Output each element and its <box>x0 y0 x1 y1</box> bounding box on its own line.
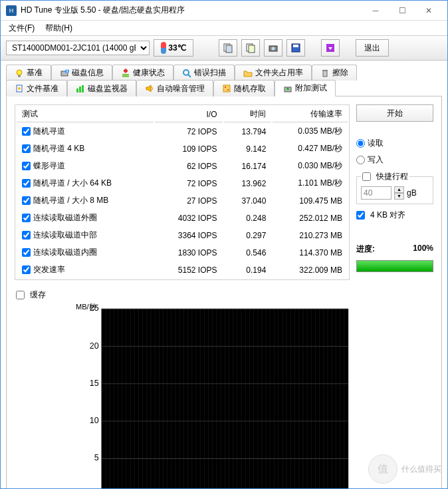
exit-button[interactable]: 退出 <box>356 39 389 57</box>
save-button[interactable] <box>286 39 305 57</box>
tab-label: 健康状态 <box>133 67 165 79</box>
table-row: 连续读取磁道外圈4032 IOPS0.248252.012 MB <box>17 210 348 226</box>
test-io: 109 IOPS <box>155 141 223 157</box>
stroke-up-button[interactable]: ▲ <box>394 186 404 193</box>
tab-folder[interactable]: 文件夹占用率 <box>235 65 312 81</box>
stroke-size-input <box>361 186 392 200</box>
window-title: HD Tune 专业版 5.50 - 硬盘/固态硬盘实用程序 <box>21 5 362 16</box>
test-name: 随机寻道 <box>33 126 65 136</box>
minimize-button[interactable]: ─ <box>362 1 389 20</box>
tab-label: 错误扫描 <box>194 67 226 79</box>
svg-text:20: 20 <box>90 341 99 351</box>
test-checkbox[interactable] <box>22 248 31 257</box>
tab-health[interactable]: 健康状态 <box>112 65 173 81</box>
align-4kb-checkbox[interactable] <box>356 211 365 220</box>
test-checkbox[interactable] <box>22 196 31 205</box>
stroke-down-button[interactable]: ▼ <box>394 193 404 200</box>
test-name: 随机寻道 / 大小 8 MB <box>33 196 108 205</box>
test-name: 连续读取磁道中部 <box>33 230 97 240</box>
copy-text-button[interactable] <box>241 39 260 57</box>
svg-rect-20 <box>322 70 328 71</box>
monitor-icon <box>76 84 85 93</box>
write-radio-row[interactable]: 写入 <box>356 154 433 166</box>
maximize-button[interactable]: ☐ <box>389 1 415 20</box>
tab-monitor[interactable]: 磁盘监视器 <box>67 80 136 96</box>
table-row: 随机寻道 / 大小 64 KB72 IOPS13.9621.101 MB/秒 <box>17 176 348 192</box>
svg-rect-1 <box>226 45 232 53</box>
test-io: 72 IOPS <box>155 176 223 192</box>
test-checkbox[interactable] <box>22 179 31 188</box>
write-radio[interactable] <box>356 156 365 164</box>
test-rate: 1.101 MB/秒 <box>273 176 348 192</box>
screenshot-button[interactable] <box>264 39 282 57</box>
table-row: 随机寻道72 IOPS13.7940.035 MB/秒 <box>17 124 348 140</box>
tab-info[interactable]: i磁盘信息 <box>51 65 112 81</box>
svg-rect-23 <box>76 88 78 92</box>
progress-label: 进度: <box>356 244 375 255</box>
svg-text:5: 5 <box>94 453 99 462</box>
cache-checkbox[interactable] <box>16 291 25 299</box>
close-button[interactable]: ✕ <box>415 1 442 20</box>
tab-extra[interactable]: 附加测试 <box>275 80 336 96</box>
table-row: 随机寻道 / 大小 8 MB27 IOPS37.040109.475 MB <box>17 193 348 209</box>
watermark: 值 什么值得买 <box>368 454 441 484</box>
test-name: 随机寻道 / 大小 64 KB <box>33 178 112 188</box>
start-button[interactable]: 开始 <box>356 104 433 122</box>
random-icon <box>222 84 231 93</box>
test-name: 蝶形寻道 <box>33 161 65 170</box>
read-radio[interactable] <box>356 139 365 148</box>
test-time: 0.297 <box>224 228 272 244</box>
test-io: 27 IOPS <box>155 193 223 209</box>
test-rate: 109.475 MB <box>273 193 348 209</box>
tab-filebench[interactable]: 文件基准 <box>6 80 67 96</box>
menu-file[interactable]: 文件(F) <box>5 21 39 35</box>
tab-label: 擦除 <box>332 67 348 79</box>
tabs-area: 基准i磁盘信息健康状态错误扫描文件夹占用率擦除 文件基准磁盘监视器自动噪音管理随… <box>1 61 447 489</box>
titlebar: H HD Tune 专业版 5.50 - 硬盘/固态硬盘实用程序 ─ ☐ ✕ <box>1 1 447 21</box>
svg-text:10: 10 <box>90 416 99 425</box>
svg-rect-15 <box>125 69 127 73</box>
tab-random[interactable]: 随机存取 <box>213 80 275 96</box>
svg-point-9 <box>17 70 22 75</box>
test-name: 连续读取磁道内圈 <box>33 247 97 257</box>
menu-help[interactable]: 帮助(H) <box>41 21 76 35</box>
tab-panel-extra-tests: 测试 I/O 时间 传输速率 随机寻道72 IOPS13.7940.035 MB… <box>6 96 442 489</box>
erase-icon <box>320 69 330 78</box>
test-io: 5152 IOPS <box>155 262 223 278</box>
test-io: 4032 IOPS <box>155 210 223 226</box>
test-checkbox[interactable] <box>22 214 31 222</box>
tab-aam[interactable]: 自动噪音管理 <box>136 80 213 96</box>
test-checkbox[interactable] <box>22 144 31 153</box>
table-row: 随机寻道 4 KB109 IOPS9.1420.427 MB/秒 <box>17 141 348 157</box>
watermark-icon: 值 <box>368 454 397 484</box>
test-checkbox[interactable] <box>22 162 31 170</box>
app-icon: H <box>6 5 17 16</box>
tests-table: 测试 I/O 时间 传输速率 随机寻道72 IOPS13.7940.035 MB… <box>15 104 350 280</box>
copy-info-button[interactable] <box>219 39 237 57</box>
tab-erase[interactable]: 擦除 <box>312 65 357 81</box>
test-checkbox[interactable] <box>22 231 31 240</box>
tab-label: 磁盘信息 <box>72 67 104 79</box>
test-rate: 252.012 MB <box>273 210 348 226</box>
drive-selector[interactable]: ST14000DM001-2JC101 (14000 gB) <box>6 41 150 55</box>
align-4kb-row[interactable]: 4 KB 对齐 <box>356 210 433 221</box>
filebench-icon <box>15 84 24 93</box>
test-checkbox[interactable] <box>22 127 31 136</box>
test-checkbox[interactable] <box>22 265 31 274</box>
folder-icon <box>243 69 253 78</box>
menubar: 文件(F) 帮助(H) <box>1 21 447 35</box>
tab-lightbulb[interactable]: 基准 <box>6 65 51 81</box>
test-rate: 0.035 MB/秒 <box>273 124 348 140</box>
read-radio-row[interactable]: 读取 <box>356 138 433 149</box>
test-time: 13.794 <box>224 124 272 140</box>
options-button[interactable] <box>321 39 340 57</box>
svg-rect-10 <box>18 75 21 77</box>
svg-line-18 <box>188 75 191 77</box>
test-rate: 0.427 MB/秒 <box>273 141 348 157</box>
short-stroke-checkbox[interactable] <box>362 172 371 181</box>
cache-checkbox-row[interactable]: 缓存 <box>16 289 350 301</box>
aam-icon <box>145 84 154 93</box>
tab-scan[interactable]: 错误扫描 <box>173 65 235 81</box>
test-io: 62 IOPS <box>155 158 223 174</box>
test-name: 突发速率 <box>33 265 65 274</box>
